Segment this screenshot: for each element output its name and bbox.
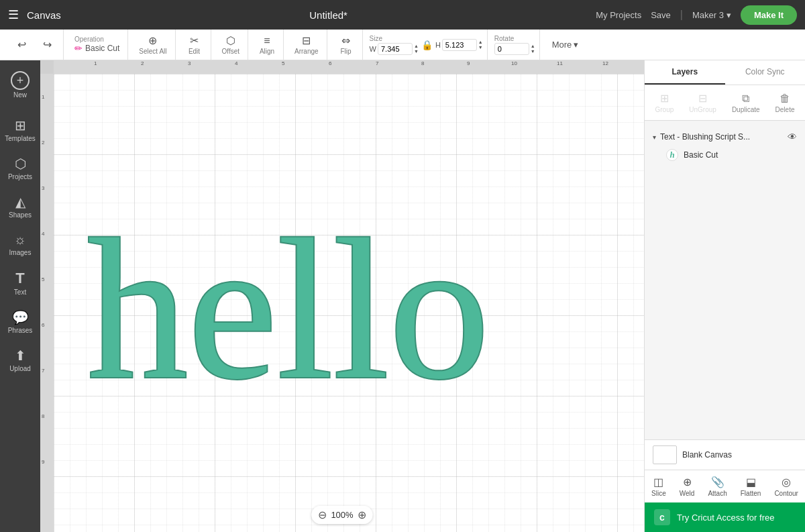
group-button[interactable]: ⊞ Group	[650, 89, 680, 116]
blank-canvas-label: Blank Canvas	[682, 450, 732, 460]
my-projects-link[interactable]: My Projects	[596, 10, 641, 20]
rotate-up[interactable]: ▲	[531, 44, 535, 49]
cricut-access-banner[interactable]: c Try Cricut Access for free	[645, 502, 805, 532]
app-name: Canvas	[27, 9, 61, 21]
save-button[interactable]: Save	[651, 10, 671, 20]
align-button[interactable]: ≡ Align	[255, 34, 279, 56]
contour-button[interactable]: ◎ Contour	[770, 473, 802, 500]
machine-name: Maker 3	[692, 10, 724, 20]
machine-selector[interactable]: Maker 3 ▾	[692, 10, 731, 20]
more-button[interactable]: More ▾	[547, 37, 584, 52]
eye-icon[interactable]: 👁	[788, 131, 797, 142]
projects-label: Projects	[8, 173, 32, 180]
group-icon: ⊞	[660, 92, 669, 105]
panel-toolbar: ⊞ Group ⊟ UnGroup ⧉ Duplicate 🗑 Delete	[645, 85, 805, 121]
flip-button[interactable]: ⇔ Flip	[334, 33, 358, 56]
offset-button[interactable]: ⬡ Offset	[218, 33, 244, 56]
menu-icon[interactable]: ☰	[8, 7, 19, 22]
left-sidebar: + New ⊞ Templates ⬡ Projects ◭ Shapes ☼ …	[0, 60, 40, 532]
tab-layers[interactable]: Layers	[645, 60, 725, 85]
rotate-group: Rotate ▲ ▼	[490, 30, 540, 60]
redo-icon: ↪	[43, 38, 52, 51]
lock-icon[interactable]: 🔒	[420, 40, 434, 50]
ruler-corner	[40, 60, 54, 74]
width-down[interactable]: ▼	[414, 49, 419, 54]
zoom-controls: ⊖ 100% ⊕	[311, 506, 372, 524]
sidebar-item-upload[interactable]: ⬆ Upload	[3, 342, 38, 378]
sidebar-item-phrases[interactable]: 💬 Phrases	[3, 304, 38, 339]
images-icon: ☼	[14, 232, 26, 248]
sidebar-item-images[interactable]: ☼ Images	[3, 227, 38, 262]
ungroup-label: UnGroup	[689, 106, 716, 113]
phrases-icon: 💬	[12, 309, 29, 325]
duplicate-label: Duplicate	[732, 106, 760, 113]
templates-label: Templates	[5, 135, 36, 142]
layer-group-header[interactable]: ▾ Text - Blushing Script S... 👁	[650, 129, 800, 145]
zoom-out-button[interactable]: ⊖	[318, 509, 327, 521]
new-label: New	[13, 91, 27, 99]
sidebar-item-new[interactable]: + New	[3, 66, 38, 104]
align-icon: ≡	[264, 35, 270, 47]
upload-label: Upload	[9, 365, 31, 372]
sidebar-item-shapes[interactable]: ◭ Shapes	[3, 189, 38, 224]
contour-label: Contour	[774, 490, 798, 497]
cricut-logo: c	[654, 509, 670, 525]
zoom-in-button[interactable]: ⊕	[358, 509, 366, 521]
width-up[interactable]: ▲	[414, 44, 419, 49]
flatten-button[interactable]: ⬓ Flatten	[737, 473, 765, 500]
sidebar-item-projects[interactable]: ⬡ Projects	[3, 150, 38, 186]
weld-button[interactable]: ⊕ Weld	[676, 473, 699, 500]
offset-group: ⬡ Offset	[214, 30, 249, 60]
ruler-horizontal: 1 2 3 4 5 6 7 8 9 10 11 12	[54, 60, 644, 74]
duplicate-button[interactable]: ⧉ Duplicate	[727, 90, 765, 116]
rotate-input[interactable]	[494, 43, 529, 55]
width-input[interactable]	[378, 43, 413, 55]
height-input[interactable]	[442, 39, 477, 51]
align-label: Align	[260, 48, 274, 55]
grid-canvas[interactable]: hello	[54, 74, 644, 532]
make-it-button[interactable]: Make It	[741, 5, 797, 25]
sidebar-item-templates[interactable]: ⊞ Templates	[3, 112, 38, 148]
ruler-vertical: 1 2 3 4 5 6 7 8 9	[40, 74, 54, 532]
height-up[interactable]: ▲	[478, 40, 483, 45]
tab-color-sync[interactable]: Color Sync	[725, 60, 806, 85]
text-icon: T	[15, 270, 24, 287]
attach-button[interactable]: 📎 Attach	[704, 473, 731, 500]
phrases-label: Phrases	[8, 327, 33, 334]
select-all-button[interactable]: ⊕ Select All	[135, 33, 170, 56]
arrange-button[interactable]: ⊟ Arrange	[290, 33, 323, 56]
slice-icon: ◫	[653, 476, 663, 488]
arrange-label: Arrange	[294, 48, 319, 55]
operation-label: Operation	[74, 36, 119, 43]
projects-icon: ⬡	[15, 156, 26, 172]
height-down[interactable]: ▼	[478, 45, 483, 50]
layer-item-color: h	[666, 149, 678, 161]
offset-label: Offset	[222, 48, 240, 55]
redo-button[interactable]: ↪	[35, 37, 59, 52]
images-label: Images	[9, 249, 32, 256]
operation-selector[interactable]: Operation ✏ Basic Cut	[70, 36, 123, 54]
templates-icon: ⊞	[15, 117, 26, 134]
select-all-label: Select All	[139, 48, 166, 55]
canvas-area[interactable]: 1 2 3 4 5 6 7 8 9 10 11 12 1 2 3 4 5	[40, 60, 644, 532]
weld-icon: ⊕	[683, 476, 692, 488]
operation-group: Operation ✏ Basic Cut	[66, 30, 128, 60]
group-label: Group	[655, 106, 674, 113]
edit-button[interactable]: ✂ Edit	[182, 33, 207, 56]
ungroup-button[interactable]: ⊟ UnGroup	[684, 89, 722, 116]
text-label: Text	[14, 288, 26, 296]
delete-button[interactable]: 🗑 Delete	[770, 90, 800, 116]
edit-label: Edit	[189, 48, 200, 55]
rotate-down[interactable]: ▼	[531, 49, 535, 54]
attach-icon: 📎	[711, 476, 724, 488]
pen-icon: ✏	[74, 43, 83, 54]
weld-label: Weld	[680, 490, 695, 497]
undo-icon: ↩	[17, 38, 26, 51]
undo-button[interactable]: ↩	[9, 37, 34, 52]
sidebar-item-text[interactable]: T Text	[3, 264, 38, 301]
layer-item[interactable]: h Basic Cut	[650, 145, 800, 165]
select-all-group: ⊕ Select All	[131, 30, 175, 60]
rotate-field: Rotate ▲ ▼	[494, 35, 535, 55]
slice-button[interactable]: ◫ Slice	[647, 473, 670, 500]
h-label: H	[435, 41, 441, 49]
